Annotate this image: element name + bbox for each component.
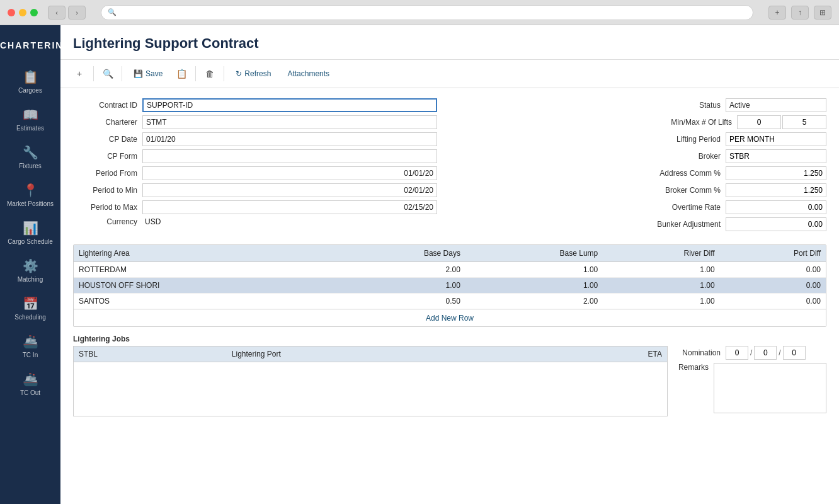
period-from-label: Period From — [73, 169, 142, 178]
sidebar-header: ≡ CHARTERING — [0, 30, 60, 60]
cell-base-days: 2.00 — [333, 262, 465, 278]
nom-input-2[interactable] — [754, 346, 777, 360]
minmax-label: Min/Max # Of Lifts — [655, 118, 737, 127]
sidebar: ≡ CHARTERING 📋 Cargoes 📖 Estimates 🔧 Fix… — [0, 25, 60, 504]
window-ctrl-1[interactable]: + — [768, 6, 786, 20]
toolbar-divider-1 — [93, 66, 94, 81]
save-disk-icon: 💾 — [134, 69, 143, 78]
sidebar-item-tc-in[interactable]: 🚢 TC In — [0, 328, 60, 365]
fixtures-label: Fixtures — [19, 163, 42, 170]
refresh-button[interactable]: ↻ Refresh — [229, 67, 277, 81]
sidebar-item-tc-out[interactable]: 🚢 TC Out — [0, 365, 60, 403]
lifting-period-input[interactable] — [726, 132, 826, 146]
copy-button[interactable]: 📋 — [173, 65, 190, 83]
remarks-label: Remarks — [675, 363, 714, 372]
contract-id-input[interactable] — [142, 98, 437, 112]
overtime-input[interactable] — [726, 200, 826, 214]
jobs-title: Lightering Jobs — [73, 335, 826, 343]
title-bar: ‹ › 🔍 + ↑ ⊞ — [0, 0, 839, 25]
sidebar-item-matching[interactable]: ⚙️ Matching — [0, 252, 60, 290]
charterer-input[interactable] — [142, 115, 437, 129]
sidebar-item-cargo-schedule[interactable]: 📊 Cargo Schedule — [0, 214, 60, 252]
sidebar-item-market-positions[interactable]: 📍 Market Positions — [0, 176, 60, 214]
period-to-min-input[interactable] — [142, 183, 437, 197]
period-to-max-input[interactable] — [142, 200, 437, 214]
search-button[interactable]: 🔍 — [99, 65, 117, 83]
back-button[interactable]: ‹ — [48, 6, 66, 20]
period-from-input[interactable] — [142, 166, 437, 180]
table-row[interactable]: SANTOS 0.50 2.00 1.00 0.00 — [74, 294, 826, 309]
search-icon: 🔍 — [108, 8, 117, 16]
table-row[interactable]: HOUSTON OFF SHORI 1.00 1.00 1.00 0.00 — [74, 278, 826, 294]
estimates-icon: 📖 — [23, 107, 38, 122]
cargoes-icon: 📋 — [23, 69, 38, 84]
nom-input-3[interactable] — [783, 346, 806, 360]
col-port-diff: Port Diff — [720, 245, 826, 262]
bunker-adj-label: Bunker Adjustment — [644, 220, 726, 229]
nav-buttons: ‹ › — [48, 6, 86, 20]
cp-form-input[interactable] — [142, 149, 437, 163]
form-grid: Contract ID Charterer CP Date CP Fo — [73, 98, 826, 234]
window-ctrl-3[interactable]: ⊞ — [814, 6, 831, 20]
cell-port-diff: 0.00 — [720, 278, 826, 294]
save-button[interactable]: 💾 Save — [127, 67, 169, 81]
lightering-jobs-section: Lightering Jobs STBL Lightering Port ETA — [73, 335, 826, 416]
status-input[interactable] — [726, 98, 826, 112]
forward-button[interactable]: › — [68, 6, 86, 20]
scheduling-icon: 📅 — [23, 296, 38, 311]
broker-input[interactable] — [726, 149, 826, 163]
remarks-textarea[interactable] — [714, 363, 826, 413]
nomination-section: Nomination / / Remarks — [675, 346, 826, 416]
sidebar-item-estimates[interactable]: 📖 Estimates — [0, 101, 60, 139]
main-content: Lightering Support Contract + 🔍 💾 Save 📋 — [60, 25, 839, 504]
tc-out-label: TC Out — [20, 389, 40, 397]
minimize-button[interactable] — [19, 9, 26, 16]
add-button[interactable]: + — [71, 65, 88, 83]
close-button[interactable] — [8, 9, 15, 16]
broker-label: Broker — [644, 152, 726, 161]
cell-base-days: 0.50 — [333, 294, 465, 309]
table-row[interactable]: ROTTERDAM 2.00 1.00 1.00 0.00 — [74, 262, 826, 278]
tc-in-label: TC In — [23, 352, 38, 359]
window-ctrl-2[interactable]: ↑ — [791, 6, 809, 20]
cp-form-row: CP Form — [73, 149, 437, 163]
fixtures-icon: 🔧 — [23, 145, 38, 160]
refresh-icon: ↻ — [236, 69, 242, 78]
tc-in-icon: 🚢 — [23, 334, 38, 349]
form-container: Contract ID Charterer CP Date CP Fo — [60, 88, 839, 244]
nom-input-1[interactable] — [726, 346, 748, 360]
sidebar-item-fixtures[interactable]: 🔧 Fixtures — [0, 139, 60, 176]
overtime-label: Overtime Rate — [644, 203, 726, 212]
cp-date-input[interactable] — [142, 132, 437, 146]
form-left: Contract ID Charterer CP Date CP Fo — [73, 98, 437, 234]
page-title: Lightering Support Contract — [73, 35, 826, 52]
nom-sep-2: / — [779, 348, 780, 357]
add-new-row-link[interactable]: Add New Row — [74, 309, 826, 326]
delete-button[interactable]: 🗑 — [201, 65, 219, 83]
minmax-row: Min/Max # Of Lifts — [462, 115, 826, 129]
table-header-row: Lightering Area Base Days Base Lump Rive… — [74, 245, 826, 262]
cargoes-label: Cargoes — [18, 87, 42, 94]
toolbar-divider-3 — [195, 66, 196, 81]
max-lifts-input[interactable] — [782, 115, 826, 129]
address-comm-input[interactable] — [726, 166, 826, 180]
period-from-row: Period From — [73, 166, 437, 180]
search-icon: 🔍 — [103, 69, 113, 79]
attachments-label: Attachments — [287, 69, 329, 78]
jobs-layout: STBL Lightering Port ETA — [73, 346, 826, 416]
col-lightering-area: Lightering Area — [74, 245, 333, 262]
attachments-button[interactable]: Attachments — [281, 67, 336, 81]
sidebar-item-scheduling[interactable]: 📅 Scheduling — [0, 290, 60, 328]
market-positions-icon: 📍 — [23, 183, 38, 198]
toolbar-divider-2 — [122, 66, 122, 81]
maximize-button[interactable] — [30, 9, 38, 16]
bunker-adj-input[interactable] — [726, 217, 826, 231]
jobs-col-port: Lightering Port — [227, 346, 539, 362]
nomination-label: Nomination — [675, 348, 726, 357]
matching-label: Matching — [18, 276, 43, 284]
min-lifts-input[interactable] — [737, 115, 781, 129]
broker-comm-row: Broker Comm % — [462, 183, 826, 197]
jobs-tbody — [74, 362, 667, 413]
sidebar-item-cargoes[interactable]: 📋 Cargoes — [0, 63, 60, 101]
broker-comm-input[interactable] — [726, 183, 826, 197]
